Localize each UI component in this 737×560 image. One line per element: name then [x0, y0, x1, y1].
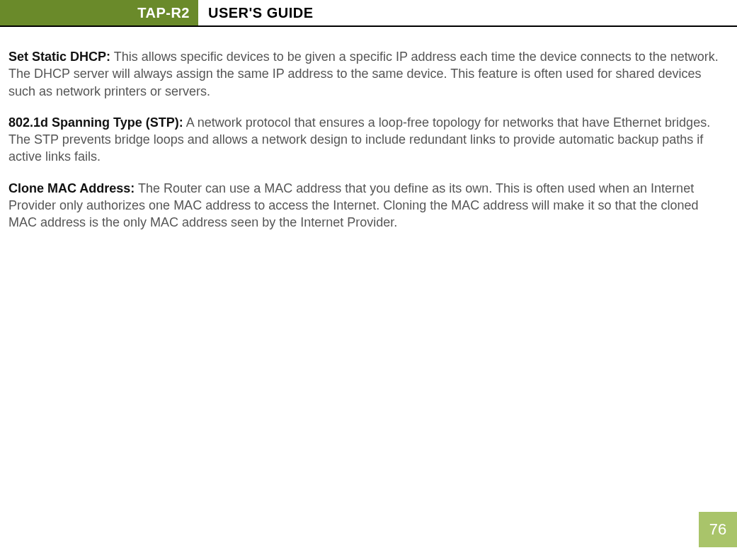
page-header: TAP-R2 USER'S GUIDE [0, 0, 737, 27]
section-stp: 802.1d Spanning Type (STP): A network pr… [8, 114, 723, 166]
section-heading: 802.1d Spanning Type (STP): [8, 115, 183, 130]
section-static-dhcp: Set Static DHCP: This allows specific de… [8, 48, 723, 100]
page-content: Set Static DHCP: This allows specific de… [0, 48, 737, 232]
section-clone-mac: Clone MAC Address: The Router can use a … [8, 180, 723, 232]
guide-title: USER'S GUIDE [198, 0, 314, 25]
section-heading: Set Static DHCP: [8, 50, 110, 64]
section-heading: Clone MAC Address: [8, 181, 135, 195]
product-badge: TAP-R2 [0, 0, 198, 25]
section-body: This allows specific devices to be given… [8, 50, 719, 98]
page-number: 76 [699, 512, 737, 547]
